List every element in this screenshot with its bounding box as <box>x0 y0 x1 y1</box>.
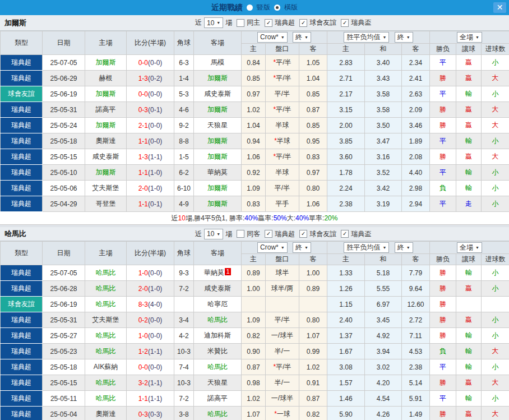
halftime-score: (0-0) <box>148 90 162 98</box>
match-count-select[interactable]: 10▼ <box>204 229 223 239</box>
away-odds-cell: 1.02 <box>299 359 327 375</box>
home-team-cell: 哈馬比 <box>85 265 127 281</box>
match-count-select[interactable]: 10▼ <box>204 17 223 28</box>
handicap-result-cell: 輸 <box>456 391 482 407</box>
score-cell: 8-3(4-0) <box>127 297 174 312</box>
recent-label: 近 <box>195 18 202 27</box>
home-team-cell: 哈馬比 <box>85 391 127 407</box>
halftime-score: (0-0) <box>148 316 162 324</box>
home-odds-cell: 1.02 <box>242 391 266 407</box>
away-odds-cell: 0.85 <box>299 118 327 133</box>
halftime-score: (1-0) <box>148 285 162 293</box>
date-cell: 25-05-24 <box>43 118 85 133</box>
away-team-name: 馬模 <box>211 58 224 66</box>
layout-horizontal-radio[interactable] <box>274 4 280 11</box>
team-name: 加爾斯 <box>4 18 26 28</box>
score-cell: 3-2(1-1) <box>127 375 174 391</box>
odds-source-dropdown[interactable]: Crow*▼ <box>257 242 288 253</box>
home-team-name: AIK蘇納 <box>94 363 118 371</box>
avg-lose-cell: 2.63 <box>402 86 430 102</box>
date-cell: 25-04-29 <box>43 196 85 212</box>
home-team-name: 加爾斯 <box>96 121 116 129</box>
corners-cell: 10-3 <box>174 375 194 391</box>
handicap-value: 球半 <box>276 269 289 276</box>
result-cell: 勝 <box>430 328 456 344</box>
league-type-cell: 瑞典超 <box>1 55 43 71</box>
same-venue-checkbox[interactable] <box>237 19 244 27</box>
home-team-cell: AIK蘇納 <box>85 359 127 375</box>
odds-time-dropdown[interactable]: 終▼ <box>293 242 311 253</box>
away-team-name: 米贊比 <box>207 347 228 355</box>
avg-group-header: 胜平负均值▼ 終▼ <box>327 242 430 254</box>
avg-lose-cell: 5.91 <box>402 391 430 407</box>
corners-cell: 3-8 <box>174 407 194 420</box>
score-cell: 0-2(0-0) <box>127 312 174 328</box>
handicap-cell: 平手 <box>266 196 299 212</box>
avg-lose-cell: 7.11 <box>402 328 430 344</box>
avg-time-dropdown[interactable]: 終▼ <box>395 32 413 43</box>
result-cell: 勝 <box>430 265 456 281</box>
handicap-value: 半球 <box>276 121 289 129</box>
summary-segment: 40% <box>295 214 309 222</box>
fulltime-score: 0-0 <box>138 59 148 67</box>
away-team-cell: 加爾斯 <box>194 181 242 196</box>
league-filter-checkbox[interactable]: ✓ <box>341 230 349 238</box>
col-type: 類型 <box>1 31 43 55</box>
league-filter-checkbox[interactable]: ✓ <box>265 230 272 238</box>
table-row: 瑞典超25-07-05哈馬比1-0(0-0)9-3華納莫10.89球半1.001… <box>1 265 509 281</box>
date-cell: 25-05-06 <box>43 181 85 196</box>
chevron-down-icon: ▼ <box>406 35 410 39</box>
away-odds-cell: 0.80 <box>299 181 327 196</box>
date-cell: 25-05-31 <box>43 102 85 118</box>
corners-cell <box>174 297 194 312</box>
avg-type-dropdown[interactable]: 胜平负均值▼ <box>344 242 389 253</box>
league-filter-label: 瑞典盃 <box>351 18 371 27</box>
away-team-name: 加爾斯 <box>207 74 228 82</box>
league-filter-checkbox[interactable]: ✓ <box>299 230 307 238</box>
away-odds-cell: 1.00 <box>299 265 327 281</box>
chevron-down-icon: ▼ <box>216 232 220 236</box>
table-row: 瑞典超25-05-31諾高平0-3(0-1)4-6加爾斯1.02*平/半0.87… <box>1 102 509 118</box>
scope-dropdown[interactable]: 全場▼ <box>457 242 482 253</box>
record-summary: 近10場,勝4平5负1, 勝率:40% 贏率:50% 大:40% 單率:20% <box>0 212 509 225</box>
goals-result-cell: 大 <box>482 407 509 420</box>
odds-source-dropdown[interactable]: Crow*▼ <box>257 32 288 43</box>
layout-vertical-label[interactable]: 豎版 <box>257 3 270 12</box>
avg-win-cell: 2.24 <box>327 181 365 196</box>
league-filter-checkbox[interactable]: ✓ <box>265 19 272 27</box>
away-team-cell: 迪加科斯 <box>194 328 242 344</box>
score-cell: 1-1(0-1) <box>127 196 174 212</box>
away-team-cell: 天狼星 <box>194 375 242 391</box>
fulltime-score: 0-3 <box>138 106 148 114</box>
home-team-name: 加爾斯 <box>96 58 116 66</box>
layout-vertical-radio[interactable] <box>247 4 253 11</box>
league-filter-checkbox[interactable]: ✓ <box>299 19 307 27</box>
avg-draw-cell: 4.20 <box>365 375 402 391</box>
recent-results-panel: 近期戰績 豎版 橫版 ✕ 加爾斯 近10▼場同主✓瑞典超✓球會友誼✓瑞典盃 類型… <box>0 0 509 420</box>
same-venue-checkbox[interactable] <box>237 230 244 238</box>
away-team-cell: 米贊比 <box>194 344 242 359</box>
fulltime-score: 1-3 <box>138 153 148 161</box>
date-cell: 25-05-10 <box>43 165 85 181</box>
filter-controls: 近10▼場同主✓瑞典超✓球會友誼✓瑞典盃 <box>195 15 372 30</box>
scope-dropdown[interactable]: 全場▼ <box>457 32 482 43</box>
home-team-cell: 哈馬比 <box>85 328 127 344</box>
away-odds-cell: 0.83 <box>299 149 327 165</box>
avg-time-dropdown[interactable]: 終▼ <box>395 242 413 253</box>
goals-result-cell: 小 <box>482 86 509 102</box>
layout-horizontal-label[interactable]: 橫版 <box>284 3 298 12</box>
handicap-result-cell-value: 贏 <box>465 74 472 82</box>
odds-time-dropdown[interactable]: 終▼ <box>293 32 311 43</box>
result-cell-value: 平 <box>439 90 446 98</box>
handicap-result-cell: 贏 <box>456 71 482 86</box>
result-cell: 平 <box>430 55 456 71</box>
close-icon[interactable]: ✕ <box>493 2 506 13</box>
chevron-down-icon: ▼ <box>406 246 410 250</box>
league-filter-checkbox[interactable]: ✓ <box>341 19 349 27</box>
away-team-cell: 加爾斯 <box>194 133 242 149</box>
away-team-name: 華納莫 <box>207 168 228 176</box>
avg-win-cell: 2.71 <box>327 71 365 86</box>
goals-result-cell: 小 <box>482 55 509 71</box>
avg-win-cell: 1.46 <box>327 391 365 407</box>
avg-type-dropdown[interactable]: 胜平负均值▼ <box>344 32 389 43</box>
